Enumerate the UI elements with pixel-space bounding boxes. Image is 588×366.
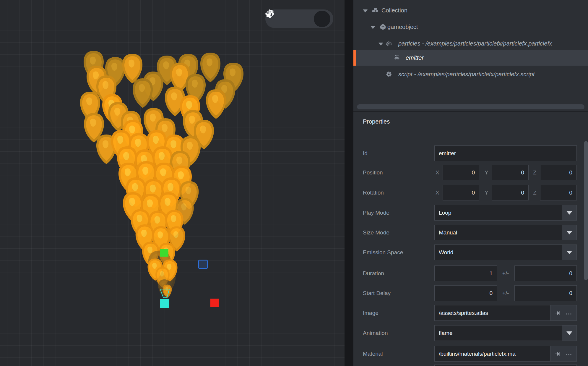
- property-label-play-mode: Play Mode: [363, 205, 432, 221]
- property-label-image: Image: [363, 305, 432, 321]
- play-mode-dropdown[interactable]: Loop: [434, 205, 577, 221]
- outline-item-particlefx[interactable]: particles - /examples/particles/particle…: [353, 35, 588, 51]
- chevron-down-icon: [566, 331, 572, 335]
- emission-space-dropdown[interactable]: World: [434, 244, 577, 260]
- particlefx-icon: [385, 40, 392, 47]
- axis-label-z: Z: [533, 185, 539, 200]
- emitter-icon: [393, 54, 400, 61]
- axis-label-x: X: [436, 165, 441, 180]
- property-label-rotation: Rotation: [363, 185, 432, 200]
- script-icon: [385, 71, 392, 78]
- image-resource-buttons[interactable]: [550, 305, 577, 321]
- position-z-field[interactable]: [540, 165, 577, 180]
- property-label-position: Position: [363, 165, 432, 180]
- property-label-id: Id: [363, 145, 432, 161]
- inspector-panel: Collectiongameobjectparticles - /example…: [353, 0, 588, 366]
- flame-particles: [80, 51, 243, 298]
- rotation-z-field[interactable]: [540, 185, 577, 200]
- duration-spread-field[interactable]: [514, 265, 577, 281]
- property-label-animation: Animation: [363, 325, 432, 341]
- outline-item-emitter[interactable]: emitter: [353, 50, 588, 66]
- outline-properties-divider: [353, 111, 588, 112]
- open-resource-icon[interactable]: [555, 351, 561, 357]
- outline-item-script[interactable]: script - /examples/particles/particlefx/…: [353, 66, 588, 82]
- position-x-field[interactable]: [443, 165, 479, 180]
- emission-space-value: World: [435, 245, 562, 260]
- properties-title: Properties: [363, 118, 390, 125]
- tree-expander-arrow[interactable]: [379, 43, 383, 46]
- chevron-down-icon: [566, 251, 572, 254]
- tree-expander-arrow[interactable]: [371, 26, 375, 29]
- blue-gizmo-handle[interactable]: [199, 260, 207, 268]
- tree-item-label: script - /examples/particles/particlefx/…: [398, 66, 535, 82]
- browse-resource-icon[interactable]: [565, 351, 572, 357]
- property-label-emission-space: Emission Space: [363, 244, 432, 260]
- scene-viewport[interactable]: [0, 0, 345, 366]
- plus-minus-label: +/-: [498, 285, 513, 301]
- start-delay-spread-field[interactable]: [514, 285, 577, 301]
- tree-item-label: Collection: [381, 2, 407, 18]
- defold-editor: Collectiongameobjectparticles - /example…: [0, 0, 588, 366]
- property-label-material: Material: [363, 346, 432, 362]
- viewport-toolbar: [265, 9, 333, 28]
- rotation-y-field[interactable]: [492, 185, 529, 200]
- emitter-gizmo-handle[interactable]: [160, 299, 169, 308]
- material-path-field[interactable]: [434, 346, 550, 362]
- outline-item-gameobject[interactable]: gameobject: [353, 19, 588, 35]
- duration-value-field[interactable]: [434, 265, 497, 281]
- axis-label-y: Y: [485, 185, 490, 200]
- red-gizmo-handle[interactable]: [210, 299, 219, 307]
- size-mode-value: Manual: [435, 225, 562, 240]
- outline-item-collection[interactable]: Collection: [353, 2, 588, 18]
- start-delay-value-field[interactable]: [434, 285, 497, 301]
- rotate-tool-button[interactable]: [291, 11, 308, 27]
- tree-expander-arrow[interactable]: [363, 9, 368, 12]
- id-field[interactable]: [434, 145, 577, 161]
- flame-particle: [206, 89, 226, 119]
- panel-divider-vertical: [345, 0, 353, 366]
- property-label-start-delay: Start Delay: [363, 285, 432, 301]
- size-mode-dropdown[interactable]: Manual: [434, 225, 577, 240]
- animation-value: flame: [435, 325, 562, 341]
- material-resource-buttons[interactable]: [550, 346, 577, 362]
- play-mode-value: Loop: [435, 205, 562, 220]
- animation-dropdown[interactable]: flame: [434, 325, 577, 341]
- axis-label-z: Z: [533, 165, 539, 180]
- outline-horizontal-scrollbar[interactable]: [357, 104, 584, 109]
- tree-item-label: gameobject: [387, 19, 418, 35]
- dropdown-arrow-button[interactable]: [562, 325, 576, 341]
- axis-label-y: Y: [485, 165, 490, 180]
- gameobject-icon: [379, 23, 386, 30]
- property-label-duration: Duration: [363, 265, 432, 281]
- selection-accent-bar: [353, 50, 356, 66]
- browse-resource-icon[interactable]: [565, 310, 572, 316]
- plus-minus-label: +/-: [498, 265, 513, 281]
- image-path-field[interactable]: [434, 305, 550, 321]
- property-label-size-mode: Size Mode: [363, 225, 432, 240]
- scale-icon: [265, 9, 274, 18]
- chevron-down-icon: [566, 211, 572, 215]
- next-property-field-clipped: [434, 365, 577, 366]
- particle-scene-canvas[interactable]: [0, 0, 345, 366]
- properties-vertical-scrollbar[interactable]: [584, 141, 588, 280]
- green-gizmo-handle[interactable]: [160, 249, 168, 257]
- dropdown-arrow-button[interactable]: [562, 245, 576, 260]
- dropdown-arrow-button[interactable]: [562, 225, 576, 240]
- tree-item-label: particles - /examples/particles/particle…: [398, 35, 552, 51]
- chevron-down-icon: [566, 231, 572, 234]
- scale-tool-button[interactable]: [314, 11, 330, 27]
- flame-particle: [133, 78, 153, 108]
- open-resource-icon[interactable]: [555, 310, 561, 316]
- rotation-x-field[interactable]: [443, 185, 479, 200]
- dropdown-arrow-button[interactable]: [562, 205, 576, 220]
- collection-icon: [372, 7, 379, 14]
- axis-label-x: X: [436, 185, 441, 200]
- position-y-field[interactable]: [492, 165, 529, 180]
- tree-item-label: emitter: [406, 50, 424, 66]
